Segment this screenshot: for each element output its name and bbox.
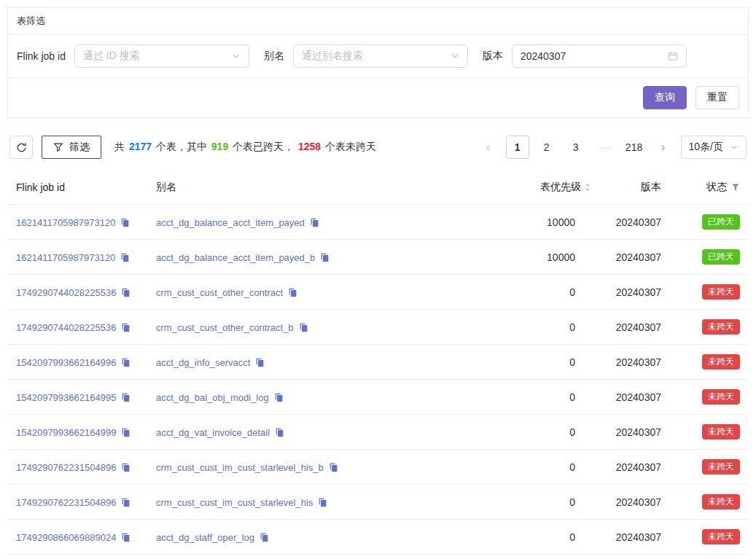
pagination-page-218[interactable]: 218 (623, 136, 646, 159)
alias-link[interactable]: acct_dg_info_servacct (156, 357, 250, 368)
toolbar: 筛选 共 2177 个表，其中 919 个表已跨天， 1258 个表未跨天 ‹1… (7, 136, 749, 159)
table-header-row: Flink job id 别名 表优先级 版本 状态 (7, 171, 749, 205)
status-badge: 已跨天 (702, 214, 740, 230)
column-priority-label: 表优先级 (540, 181, 581, 194)
pagination-page-1[interactable]: 1 (506, 136, 529, 159)
copy-icon[interactable] (121, 358, 130, 367)
copy-icon[interactable] (275, 428, 284, 437)
copy-icon[interactable] (121, 288, 130, 297)
query-button[interactable]: 查询 (643, 86, 687, 109)
alias-link[interactable]: crm_cust_cust_im_cust_starlevel_his (156, 497, 313, 508)
table-row: 1749290866069889024 acct_dg_staff_oper_l… (7, 520, 749, 555)
table-row: 1621411705987973120 acct_dg_balance_acct… (7, 205, 749, 240)
copy-icon[interactable] (121, 428, 130, 437)
page-size-select[interactable]: 10条/页 (681, 136, 747, 159)
priority-cell: 0 (488, 520, 597, 555)
version-date-input[interactable]: 20240307 (512, 44, 687, 68)
alias-link[interactable]: acct_dg_staff_oper_log (156, 532, 254, 543)
refresh-button[interactable] (9, 136, 33, 159)
summary-mid1: 个表，其中 (153, 141, 210, 152)
sorter-icon[interactable] (584, 182, 591, 192)
copy-icon[interactable] (121, 393, 130, 402)
table-row: 1542097993662164996 acct_dg_info_servacc… (7, 345, 749, 380)
version-cell: 20240307 (597, 520, 667, 555)
summary-suffix: 个表未跨天 (322, 141, 376, 152)
version-cell: 20240307 (597, 275, 667, 310)
copy-icon[interactable] (120, 218, 130, 227)
copy-icon[interactable] (121, 463, 130, 472)
copy-icon[interactable] (318, 498, 327, 507)
column-version: 版本 (597, 171, 667, 205)
alias-link[interactable]: crm_cust_cust_other_contract (156, 287, 283, 298)
alias-link[interactable]: acct_dg_vat_invoice_detail (156, 427, 270, 438)
copy-icon[interactable] (274, 393, 284, 402)
table-row: 1542097993662164999 acct_dg_vat_invoice_… (7, 415, 749, 450)
priority-cell: 10000 (488, 205, 597, 240)
table-row: 1542097993662164995 acct_dg_bal_obj_modi… (7, 380, 749, 415)
copy-icon[interactable] (121, 323, 130, 332)
copy-icon[interactable] (260, 533, 269, 542)
status-badge: 未跨天 (702, 284, 740, 300)
pagination-page-3[interactable]: 3 (564, 136, 588, 159)
table-row: 1749290744028225536 crm_cust_cust_other_… (7, 310, 749, 345)
data-table: Flink job id 别名 表优先级 版本 状态 (7, 171, 749, 555)
flink-job-id-link[interactable]: 1749290866069889024 (16, 532, 116, 543)
copy-icon[interactable] (329, 463, 338, 472)
status-badge: 未跨天 (702, 529, 740, 544)
priority-cell: 0 (488, 485, 597, 520)
flink-job-id-link[interactable]: 1749290762231504896 (16, 462, 116, 473)
status-badge: 已跨天 (702, 249, 740, 265)
flink-job-id-link[interactable]: 1542097993662164995 (16, 392, 116, 403)
alias-link[interactable]: acct_dg_bal_obj_modi_log (156, 392, 269, 403)
copy-icon[interactable] (310, 218, 319, 227)
filter-button[interactable]: 筛选 (42, 136, 101, 159)
status-badge: 未跨天 (702, 459, 740, 474)
pagination-prev-button[interactable]: ‹ (477, 136, 500, 159)
copy-icon[interactable] (299, 323, 308, 332)
copy-icon[interactable] (121, 533, 130, 542)
alias-link[interactable]: acct_dg_balance_acct_item_payed (156, 217, 305, 228)
version-value: 20240307 (521, 50, 566, 62)
flink-job-id-link[interactable]: 1542097993662164996 (16, 357, 116, 368)
copy-icon[interactable] (320, 253, 330, 262)
column-alias: 别名 (150, 171, 488, 205)
flink-job-id-link[interactable]: 1542097993662164999 (16, 427, 116, 438)
alias-link[interactable]: crm_cust_cust_other_contract_b (156, 322, 294, 333)
filter-panel: 表筛选 Flink job id 通过 ID 搜索 别名 通过别名搜索 (7, 7, 749, 118)
page: 表筛选 Flink job id 通过 ID 搜索 别名 通过别名搜索 (0, 0, 756, 559)
alias-link[interactable]: crm_cust_cust_im_cust_starlevel_his_b (156, 462, 324, 473)
flink-job-id-select[interactable]: 通过 ID 搜索 (74, 44, 249, 68)
flink-job-id-link[interactable]: 1621411705987973120 (16, 252, 115, 263)
flink-job-id-link[interactable]: 1621411705987973120 (16, 217, 115, 228)
alias-placeholder: 通过别名搜索 (302, 50, 363, 63)
version-cell: 20240307 (597, 415, 667, 450)
alias-link[interactable]: acct_dg_balance_acct_item_payed_b (156, 252, 315, 263)
not-crossed-count: 1258 (297, 141, 322, 152)
version-cell: 20240307 (597, 485, 667, 520)
page-size-value: 10条/页 (689, 141, 723, 154)
status-filter-icon[interactable] (731, 183, 740, 192)
copy-icon[interactable] (255, 358, 265, 367)
filter-panel-title: 表筛选 (8, 8, 748, 35)
flink-job-id-link[interactable]: 1749290744028225536 (16, 287, 116, 298)
version-label: 版本 (483, 50, 503, 63)
copy-icon[interactable] (121, 498, 130, 507)
flink-job-id-link[interactable]: 1749290744028225536 (16, 322, 116, 333)
flink-job-id-link[interactable]: 1749290762231504896 (16, 497, 116, 508)
column-priority[interactable]: 表优先级 (488, 171, 597, 205)
chevron-down-icon (232, 52, 241, 60)
table-row: 1749290744028225536 crm_cust_cust_other_… (7, 275, 749, 310)
copy-icon[interactable] (288, 288, 297, 297)
summary-mid2: 个表已跨天， (230, 141, 297, 152)
status-badge: 未跨天 (702, 424, 740, 439)
alias-select[interactable]: 通过别名搜索 (293, 44, 468, 68)
pagination-page-2[interactable]: 2 (535, 136, 558, 159)
chevron-down-icon (451, 52, 459, 60)
pagination-ellipsis[interactable]: ··· (593, 136, 617, 159)
crossed-count: 919 (210, 141, 230, 152)
copy-icon[interactable] (120, 253, 130, 262)
version-cell: 20240307 (597, 345, 667, 380)
version-cell: 20240307 (597, 310, 667, 345)
pagination-next-button[interactable]: › (652, 136, 675, 159)
reset-button[interactable]: 重置 (695, 86, 739, 109)
